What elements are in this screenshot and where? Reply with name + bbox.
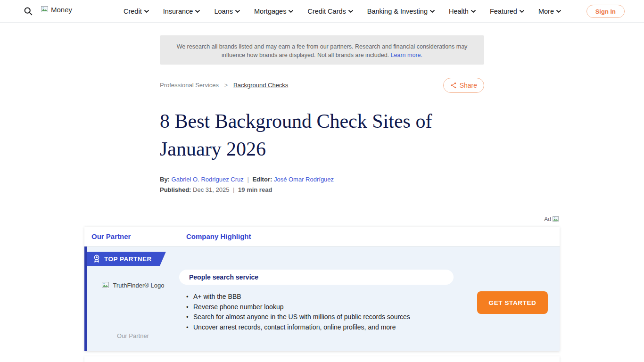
share-label: Share [460,82,477,89]
chevron-down-icon [520,10,524,13]
published-separator: | [231,186,236,193]
top-partner-label: TOP PARTNER [104,255,152,263]
highlight-bullet-list: A+ with the BBB Reverse phone number loo… [185,292,468,332]
chevron-down-icon [430,10,435,13]
column-header-company-highlight: Company Highlight [179,232,251,240]
partner-comparison-card: Our Partner Company Highlight TOP PARTNE… [84,227,560,351]
page: Money Credit Insurance Loans Mortgages C… [0,0,644,362]
breadcrumb-current[interactable]: Background Checks [233,82,288,89]
chevron-down-icon [195,10,200,13]
author-link[interactable]: Gabriel O. Rodriguez Cruz [172,176,244,183]
chevron-down-icon [471,10,476,13]
top-partner-badge: TOP PARTNER [87,252,166,266]
disclosure-text: We research all brands listed and may ea… [177,43,468,58]
bullet-item: Search for almost anyone in the US with … [185,312,468,322]
partner-logo-alt-text: TruthFinder® Logo [113,282,165,289]
published-row: Published: Dec 31, 2025 | 19 min read [160,186,272,193]
next-partner-row-partial [84,356,560,362]
partner-logo[interactable]: TruthFinder® Logo [87,282,179,289]
bullet-item: A+ with the BBB [185,292,468,302]
published-label: Published: [160,186,191,193]
table-header-row: Our Partner Company Highlight [84,227,560,247]
broken-image-icon [102,282,110,289]
advertiser-disclosure: We research all brands listed and may ea… [160,35,484,65]
top-navigation-bar: Money Credit Insurance Loans Mortgages C… [0,0,644,23]
nav-item-health[interactable]: Health [449,8,476,15]
ad-label: Ad [544,216,560,222]
breadcrumb-parent[interactable]: Professional Services [160,82,219,89]
nav-item-banking-investing[interactable]: Banking & Investing [367,8,435,15]
bullet-item: Reverse phone number lookup [185,302,468,313]
ad-text: Ad [544,216,551,222]
breadcrumb: Professional Services > Background Check… [160,82,288,89]
learn-more-link[interactable]: Learn more. [391,52,422,58]
get-started-button[interactable]: GET STARTED [477,291,548,314]
search-icon[interactable] [24,7,33,16]
bullet-item: Uncover arrest records, contact informat… [185,322,468,333]
editor-link[interactable]: José Omar Rodríguez [274,176,334,183]
chevron-down-icon [348,10,353,13]
money-logo[interactable]: Money [41,6,72,14]
title-line-1: 8 Best Background Check Sites of [160,107,490,135]
chevron-down-icon [289,10,293,13]
service-category-pill: People search service [179,270,454,285]
page-title: 8 Best Background Check Sites of January… [160,107,490,163]
award-ribbon-icon [93,255,100,263]
nav-item-loans[interactable]: Loans [214,8,240,15]
nav-item-more[interactable]: More [538,8,561,15]
published-date: Dec 31, 2025 [193,186,229,193]
nav-item-credit-cards[interactable]: Credit Cards [307,8,353,15]
chevron-down-icon [556,10,561,13]
broken-image-icon [41,6,49,13]
share-button[interactable]: Share [443,78,484,93]
column-header-our-partner: Our Partner [84,232,179,240]
title-line-2: January 2026 [160,135,490,163]
chevron-down-icon [235,10,240,13]
editor-label: Editor: [252,176,272,183]
main-nav: Credit Insurance Loans Mortgages Credit … [124,0,561,23]
by-label: By: [160,176,170,183]
breadcrumb-separator-icon: > [224,82,228,89]
nav-item-mortgages[interactable]: Mortgages [254,8,294,15]
byline-separator: | [245,176,250,183]
share-icon [450,82,457,89]
our-partner-caption: Our Partner [87,332,179,339]
chevron-down-icon [144,10,149,13]
nav-item-credit[interactable]: Credit [124,8,149,15]
nav-item-featured[interactable]: Featured [490,8,524,15]
brand-name: Money [51,6,72,14]
nav-item-insurance[interactable]: Insurance [163,8,200,15]
byline: By: Gabriel O. Rodriguez Cruz | Editor: … [160,176,334,183]
sign-in-button[interactable]: Sign In [586,5,625,18]
breadcrumb-row: Professional Services > Background Check… [160,78,484,93]
read-time: 19 min read [238,186,272,193]
company-highlight-cell: People search service A+ with the BBB Re… [179,247,560,351]
broken-image-icon [553,216,560,222]
top-partner-row: TOP PARTNER TruthFinder® Logo Our Partne… [84,247,560,351]
